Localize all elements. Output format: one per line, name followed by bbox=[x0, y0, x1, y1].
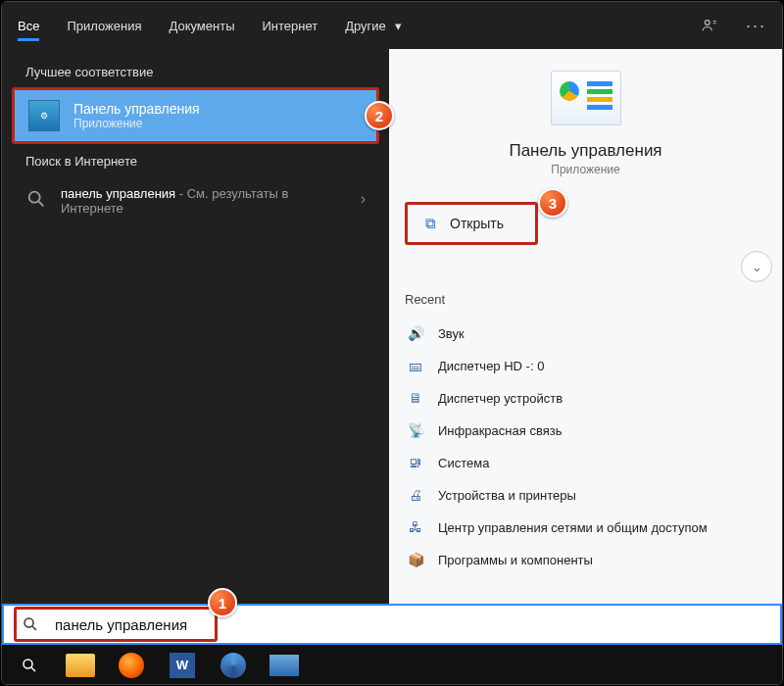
section-best-match: Лучшее соответствие bbox=[2, 55, 389, 87]
feedback-icon[interactable] bbox=[701, 17, 718, 34]
taskbar-chromium[interactable] bbox=[212, 650, 255, 681]
programs-icon: 📦 bbox=[407, 551, 424, 568]
network-icon: 🖧 bbox=[407, 518, 424, 536]
svg-point-2 bbox=[24, 618, 33, 627]
tab-internet[interactable]: Интернет bbox=[262, 5, 318, 47]
search-bar[interactable] bbox=[2, 604, 782, 645]
device-manager-icon: 🖥 bbox=[407, 389, 424, 407]
recent-item-device-manager[interactable]: 🖥Диспетчер устройств bbox=[405, 383, 766, 413]
chevron-right-icon: › bbox=[361, 186, 366, 208]
search-icon bbox=[25, 188, 47, 210]
tab-all[interactable]: Все bbox=[18, 5, 39, 47]
search-icon bbox=[22, 615, 39, 633]
recent-item-hd-manager[interactable]: 🖴Диспетчер HD -: 0 bbox=[405, 351, 766, 380]
taskbar: W bbox=[2, 645, 782, 684]
word-icon: W bbox=[170, 653, 195, 678]
recent-list: 🔊Звук 🖴Диспетчер HD -: 0 🖥Диспетчер устр… bbox=[405, 318, 766, 574]
recent-item-label: Центр управления сетями и общим доступом bbox=[438, 520, 708, 535]
recent-item-sound[interactable]: 🔊Звук bbox=[405, 318, 766, 348]
svg-point-1 bbox=[29, 192, 40, 203]
preview-panel: Панель управления Приложение ⧉ Открыть 3… bbox=[389, 49, 782, 604]
search-bar-wrap: 1 bbox=[2, 604, 782, 645]
callout-3: 3 bbox=[538, 188, 567, 218]
firefox-icon bbox=[119, 653, 144, 678]
tab-documents[interactable]: Документы bbox=[169, 5, 234, 47]
system-icon: 🖳 bbox=[407, 454, 424, 471]
recent-item-label: Устройства и принтеры bbox=[438, 488, 576, 503]
expand-button[interactable]: ⌄ bbox=[741, 251, 772, 282]
taskbar-explorer[interactable] bbox=[59, 650, 102, 681]
best-match-title: Панель управления bbox=[74, 101, 200, 117]
open-icon: ⧉ bbox=[425, 215, 436, 232]
section-web-search: Поиск в Интернете bbox=[2, 144, 389, 176]
taskbar-search-button[interactable] bbox=[8, 650, 51, 681]
best-match-result[interactable]: ⚙ Панель управления Приложение 2 bbox=[12, 87, 379, 144]
explorer-icon bbox=[66, 654, 95, 677]
search-icon bbox=[21, 657, 38, 674]
taskbar-firefox[interactable] bbox=[110, 650, 153, 681]
best-match-subtitle: Приложение bbox=[74, 117, 200, 130]
svg-point-3 bbox=[24, 660, 32, 668]
recent-item-label: Программы и компоненты bbox=[438, 553, 593, 567]
app-icon bbox=[270, 655, 299, 676]
control-panel-icon: ⚙ bbox=[28, 100, 60, 131]
recent-item-system[interactable]: 🖳Система bbox=[405, 448, 766, 477]
taskbar-app[interactable] bbox=[263, 650, 306, 681]
recent-item-programs[interactable]: 📦Программы и компоненты bbox=[405, 545, 766, 574]
taskbar-word[interactable]: W bbox=[161, 650, 204, 681]
recent-item-label: Диспетчер HD -: 0 bbox=[438, 359, 544, 373]
search-input[interactable] bbox=[55, 616, 762, 633]
recent-item-infrared[interactable]: 📡Инфракрасная связь bbox=[405, 416, 766, 445]
printer-icon: 🖨 bbox=[407, 486, 424, 504]
tab-more[interactable]: Другие ▾ bbox=[345, 5, 402, 47]
chromium-icon bbox=[220, 653, 246, 678]
chevron-down-icon: ▾ bbox=[395, 19, 402, 33]
chevron-down-icon: ⌄ bbox=[752, 260, 762, 274]
web-query: панель управления bbox=[61, 186, 175, 201]
recent-item-label: Диспетчер устройств bbox=[438, 391, 563, 406]
infrared-icon: 📡 bbox=[407, 421, 424, 439]
control-panel-large-icon bbox=[551, 71, 621, 125]
search-filter-tabs: Все Приложения Документы Интернет Другие… bbox=[2, 2, 782, 49]
sound-icon: 🔊 bbox=[407, 324, 424, 342]
results-panel: Лучшее соответствие ⚙ Панель управления … bbox=[2, 49, 389, 604]
tab-apps[interactable]: Приложения bbox=[67, 5, 141, 47]
tab-more-label: Другие bbox=[345, 19, 386, 33]
recent-item-label: Звук bbox=[438, 326, 465, 341]
hd-manager-icon: 🖴 bbox=[407, 357, 424, 374]
recent-item-network-center[interactable]: 🖧Центр управления сетями и общим доступо… bbox=[405, 513, 766, 542]
recent-item-label: Инфракрасная связь bbox=[438, 423, 562, 438]
more-options-icon[interactable]: ··· bbox=[746, 16, 766, 36]
recent-item-devices-printers[interactable]: 🖨Устройства и принтеры bbox=[405, 480, 766, 510]
web-search-result[interactable]: панель управления - См. результаты в Инт… bbox=[2, 176, 389, 225]
recent-label: Recent bbox=[405, 292, 766, 307]
preview-title: Панель управления bbox=[509, 141, 662, 161]
preview-subtitle: Приложение bbox=[551, 163, 619, 176]
open-label: Открыть bbox=[450, 216, 504, 231]
recent-item-label: Система bbox=[438, 456, 489, 470]
svg-point-0 bbox=[705, 21, 710, 25]
open-button[interactable]: ⧉ Открыть bbox=[405, 202, 538, 245]
